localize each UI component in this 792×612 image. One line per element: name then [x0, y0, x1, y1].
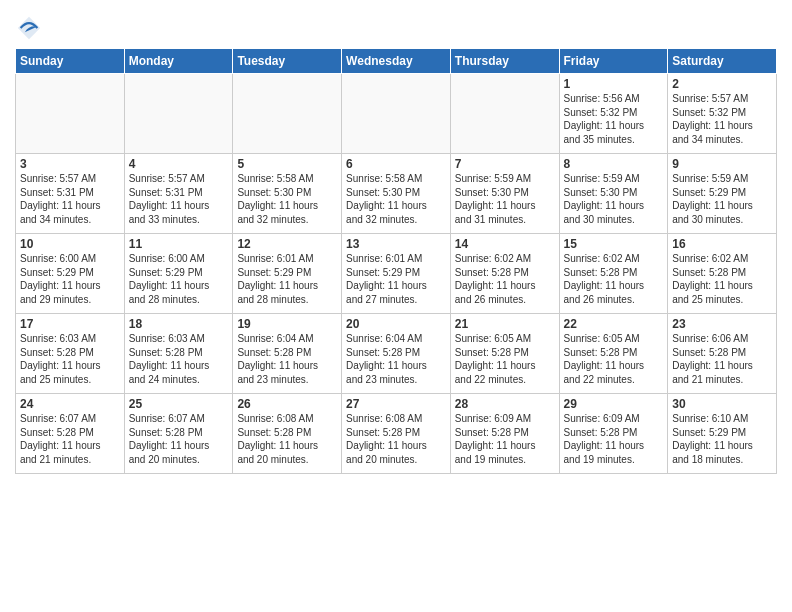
day-number: 18 — [129, 317, 229, 331]
day-number: 1 — [564, 77, 664, 91]
calendar-cell: 26Sunrise: 6:08 AM Sunset: 5:28 PM Dayli… — [233, 394, 342, 474]
day-number: 3 — [20, 157, 120, 171]
calendar-table: SundayMondayTuesdayWednesdayThursdayFrid… — [15, 48, 777, 474]
day-info: Sunrise: 6:06 AM Sunset: 5:28 PM Dayligh… — [672, 332, 772, 386]
calendar-cell: 8Sunrise: 5:59 AM Sunset: 5:30 PM Daylig… — [559, 154, 668, 234]
day-number: 30 — [672, 397, 772, 411]
calendar-cell: 16Sunrise: 6:02 AM Sunset: 5:28 PM Dayli… — [668, 234, 777, 314]
day-info: Sunrise: 6:04 AM Sunset: 5:28 PM Dayligh… — [237, 332, 337, 386]
calendar-week-row: 10Sunrise: 6:00 AM Sunset: 5:29 PM Dayli… — [16, 234, 777, 314]
day-info: Sunrise: 5:56 AM Sunset: 5:32 PM Dayligh… — [564, 92, 664, 146]
calendar-cell — [124, 74, 233, 154]
day-info: Sunrise: 6:07 AM Sunset: 5:28 PM Dayligh… — [20, 412, 120, 466]
day-info: Sunrise: 5:59 AM Sunset: 5:30 PM Dayligh… — [455, 172, 555, 226]
day-number: 11 — [129, 237, 229, 251]
header — [15, 10, 777, 42]
weekday-header-friday: Friday — [559, 49, 668, 74]
day-number: 4 — [129, 157, 229, 171]
day-number: 10 — [20, 237, 120, 251]
day-info: Sunrise: 6:10 AM Sunset: 5:29 PM Dayligh… — [672, 412, 772, 466]
day-info: Sunrise: 6:05 AM Sunset: 5:28 PM Dayligh… — [564, 332, 664, 386]
day-number: 20 — [346, 317, 446, 331]
day-number: 14 — [455, 237, 555, 251]
day-number: 15 — [564, 237, 664, 251]
logo-icon — [15, 14, 43, 42]
weekday-header-monday: Monday — [124, 49, 233, 74]
day-number: 29 — [564, 397, 664, 411]
day-number: 26 — [237, 397, 337, 411]
calendar-week-row: 3Sunrise: 5:57 AM Sunset: 5:31 PM Daylig… — [16, 154, 777, 234]
day-info: Sunrise: 6:02 AM Sunset: 5:28 PM Dayligh… — [672, 252, 772, 306]
day-number: 9 — [672, 157, 772, 171]
calendar-cell: 12Sunrise: 6:01 AM Sunset: 5:29 PM Dayli… — [233, 234, 342, 314]
calendar-cell — [16, 74, 125, 154]
day-number: 7 — [455, 157, 555, 171]
day-info: Sunrise: 6:09 AM Sunset: 5:28 PM Dayligh… — [455, 412, 555, 466]
calendar-week-row: 1Sunrise: 5:56 AM Sunset: 5:32 PM Daylig… — [16, 74, 777, 154]
day-number: 5 — [237, 157, 337, 171]
calendar-cell: 30Sunrise: 6:10 AM Sunset: 5:29 PM Dayli… — [668, 394, 777, 474]
day-info: Sunrise: 6:00 AM Sunset: 5:29 PM Dayligh… — [20, 252, 120, 306]
calendar-cell: 28Sunrise: 6:09 AM Sunset: 5:28 PM Dayli… — [450, 394, 559, 474]
calendar-cell: 24Sunrise: 6:07 AM Sunset: 5:28 PM Dayli… — [16, 394, 125, 474]
calendar-week-row: 17Sunrise: 6:03 AM Sunset: 5:28 PM Dayli… — [16, 314, 777, 394]
calendar-cell: 20Sunrise: 6:04 AM Sunset: 5:28 PM Dayli… — [342, 314, 451, 394]
calendar-cell: 15Sunrise: 6:02 AM Sunset: 5:28 PM Dayli… — [559, 234, 668, 314]
logo — [15, 14, 45, 42]
calendar-week-row: 24Sunrise: 6:07 AM Sunset: 5:28 PM Dayli… — [16, 394, 777, 474]
day-info: Sunrise: 5:59 AM Sunset: 5:29 PM Dayligh… — [672, 172, 772, 226]
calendar-cell: 9Sunrise: 5:59 AM Sunset: 5:29 PM Daylig… — [668, 154, 777, 234]
day-info: Sunrise: 6:05 AM Sunset: 5:28 PM Dayligh… — [455, 332, 555, 386]
day-info: Sunrise: 6:03 AM Sunset: 5:28 PM Dayligh… — [20, 332, 120, 386]
weekday-header-wednesday: Wednesday — [342, 49, 451, 74]
day-info: Sunrise: 5:57 AM Sunset: 5:31 PM Dayligh… — [129, 172, 229, 226]
day-number: 16 — [672, 237, 772, 251]
calendar-body: 1Sunrise: 5:56 AM Sunset: 5:32 PM Daylig… — [16, 74, 777, 474]
calendar-cell: 19Sunrise: 6:04 AM Sunset: 5:28 PM Dayli… — [233, 314, 342, 394]
calendar-cell: 27Sunrise: 6:08 AM Sunset: 5:28 PM Dayli… — [342, 394, 451, 474]
day-number: 28 — [455, 397, 555, 411]
day-info: Sunrise: 6:04 AM Sunset: 5:28 PM Dayligh… — [346, 332, 446, 386]
calendar-cell: 5Sunrise: 5:58 AM Sunset: 5:30 PM Daylig… — [233, 154, 342, 234]
day-info: Sunrise: 5:57 AM Sunset: 5:32 PM Dayligh… — [672, 92, 772, 146]
calendar-cell: 1Sunrise: 5:56 AM Sunset: 5:32 PM Daylig… — [559, 74, 668, 154]
calendar-cell: 25Sunrise: 6:07 AM Sunset: 5:28 PM Dayli… — [124, 394, 233, 474]
calendar-cell: 29Sunrise: 6:09 AM Sunset: 5:28 PM Dayli… — [559, 394, 668, 474]
calendar-cell — [233, 74, 342, 154]
day-info: Sunrise: 6:08 AM Sunset: 5:28 PM Dayligh… — [346, 412, 446, 466]
day-number: 25 — [129, 397, 229, 411]
calendar-cell: 21Sunrise: 6:05 AM Sunset: 5:28 PM Dayli… — [450, 314, 559, 394]
day-info: Sunrise: 6:09 AM Sunset: 5:28 PM Dayligh… — [564, 412, 664, 466]
weekday-header-sunday: Sunday — [16, 49, 125, 74]
day-number: 13 — [346, 237, 446, 251]
day-info: Sunrise: 6:01 AM Sunset: 5:29 PM Dayligh… — [237, 252, 337, 306]
weekday-header-thursday: Thursday — [450, 49, 559, 74]
day-number: 17 — [20, 317, 120, 331]
calendar-header: SundayMondayTuesdayWednesdayThursdayFrid… — [16, 49, 777, 74]
page: SundayMondayTuesdayWednesdayThursdayFrid… — [0, 0, 792, 612]
day-info: Sunrise: 5:58 AM Sunset: 5:30 PM Dayligh… — [346, 172, 446, 226]
weekday-header-row: SundayMondayTuesdayWednesdayThursdayFrid… — [16, 49, 777, 74]
day-number: 2 — [672, 77, 772, 91]
day-number: 6 — [346, 157, 446, 171]
calendar-cell: 13Sunrise: 6:01 AM Sunset: 5:29 PM Dayli… — [342, 234, 451, 314]
calendar-cell: 14Sunrise: 6:02 AM Sunset: 5:28 PM Dayli… — [450, 234, 559, 314]
calendar-cell: 2Sunrise: 5:57 AM Sunset: 5:32 PM Daylig… — [668, 74, 777, 154]
calendar-cell: 17Sunrise: 6:03 AM Sunset: 5:28 PM Dayli… — [16, 314, 125, 394]
day-info: Sunrise: 6:00 AM Sunset: 5:29 PM Dayligh… — [129, 252, 229, 306]
weekday-header-saturday: Saturday — [668, 49, 777, 74]
day-number: 22 — [564, 317, 664, 331]
day-number: 19 — [237, 317, 337, 331]
day-info: Sunrise: 6:03 AM Sunset: 5:28 PM Dayligh… — [129, 332, 229, 386]
calendar-cell: 22Sunrise: 6:05 AM Sunset: 5:28 PM Dayli… — [559, 314, 668, 394]
calendar-cell: 4Sunrise: 5:57 AM Sunset: 5:31 PM Daylig… — [124, 154, 233, 234]
day-info: Sunrise: 6:02 AM Sunset: 5:28 PM Dayligh… — [455, 252, 555, 306]
day-number: 23 — [672, 317, 772, 331]
day-info: Sunrise: 5:58 AM Sunset: 5:30 PM Dayligh… — [237, 172, 337, 226]
day-info: Sunrise: 5:57 AM Sunset: 5:31 PM Dayligh… — [20, 172, 120, 226]
day-number: 24 — [20, 397, 120, 411]
calendar-cell — [342, 74, 451, 154]
day-info: Sunrise: 6:07 AM Sunset: 5:28 PM Dayligh… — [129, 412, 229, 466]
day-number: 21 — [455, 317, 555, 331]
calendar-cell: 23Sunrise: 6:06 AM Sunset: 5:28 PM Dayli… — [668, 314, 777, 394]
